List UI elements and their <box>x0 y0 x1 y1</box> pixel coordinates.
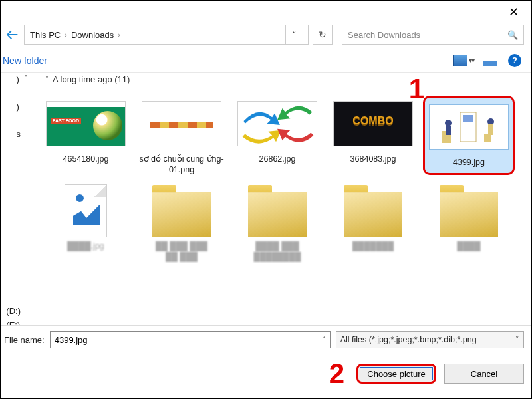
image-thumbnail <box>46 101 126 146</box>
choose-picture-button[interactable]: Choose picture <box>356 364 436 384</box>
cancel-button[interactable]: Cancel <box>444 364 524 384</box>
file-item[interactable]: ██ ███ █████ ███ <box>136 183 227 262</box>
chevron-down-icon[interactable]: ˅ <box>322 336 326 344</box>
address-bar-row: This PC › Downloads › ˅ ↻ Search Downloa… <box>1 23 531 48</box>
sidebar-fragment: ) <box>17 74 21 84</box>
breadcrumb[interactable]: This PC › Downloads › ˅ <box>24 25 309 45</box>
breadcrumb-folder[interactable]: Downloads <box>71 30 114 40</box>
annotation-2: 2 <box>329 358 344 390</box>
file-item[interactable]: ███████ <box>327 183 419 262</box>
file-item[interactable]: ████ <box>423 183 515 262</box>
sidebar-fragment: ) <box>17 102 21 112</box>
file-name-blurred: ██ ███ █████ ███ <box>156 241 207 262</box>
sidebar-fragment: s <box>17 129 21 139</box>
chevron-down-icon: ˅ <box>45 76 49 83</box>
image-thumbnail <box>429 104 509 150</box>
file-name-blurred: ████ ███████████ <box>254 241 301 262</box>
file-item[interactable]: ████ ███████████ <box>231 183 323 262</box>
svg-rect-6 <box>488 124 493 135</box>
file-name-blurred: ███████ <box>352 241 394 252</box>
file-item[interactable]: 3684083.jpg <box>327 96 419 175</box>
filter-text: All files (*.jpg;*.jpeg;*.bmp;*.dib;*.pn… <box>340 335 477 344</box>
chevron-right-icon: › <box>63 31 68 39</box>
toolbar: New folder ▾ ? <box>1 48 531 73</box>
scroll-up-icon[interactable]: ˄ <box>24 74 28 84</box>
file-name-blurred: ████.jpg <box>67 241 104 252</box>
file-name-value: 4399.jpg <box>55 335 88 345</box>
file-name: 4399.jpg <box>453 158 485 168</box>
file-name: 3684083.jpg <box>350 154 396 165</box>
help-icon[interactable]: ? <box>508 54 521 67</box>
navigation-sidebar: ) ) s (D:) (E:) <box>1 73 21 351</box>
file-item[interactable]: ████.jpg <box>40 183 132 262</box>
chevron-right-icon: › <box>116 31 122 39</box>
svg-point-3 <box>445 120 452 126</box>
file-name: 26862.jpg <box>259 154 296 165</box>
file-name: sơ đồ chuỗi cung ứng-01.png <box>138 154 225 175</box>
details-pane-icon[interactable] <box>483 55 497 66</box>
svg-rect-1 <box>463 115 473 122</box>
search-placeholder: Search Downloads <box>348 30 420 40</box>
sidebar-drive-d[interactable]: (D:) <box>6 306 21 316</box>
svg-rect-4 <box>446 126 451 135</box>
file-name-input[interactable]: 4399.jpg ˅ <box>50 331 331 348</box>
bottom-bar: File name: 4399.jpg ˅ All files (*.jpg;*… <box>0 325 532 399</box>
file-type-filter[interactable]: All files (*.jpg;*.jpeg;*.bmp;*.dib;*.pn… <box>336 331 524 348</box>
folder-icon <box>248 192 307 237</box>
view-options: ▾ ? <box>453 54 521 67</box>
back-icon[interactable] <box>5 27 20 42</box>
search-input[interactable]: Search Downloads 🔍 <box>342 25 524 45</box>
svg-point-5 <box>487 118 494 125</box>
group-header[interactable]: ˅ A long time ago (11) <box>45 74 130 84</box>
image-thumbnail <box>65 184 107 237</box>
breadcrumb-root[interactable]: This PC <box>30 30 61 40</box>
folder-icon <box>440 192 498 237</box>
title-bar: ✕ <box>1 1 531 23</box>
file-item[interactable]: 4654180.jpg <box>40 96 132 175</box>
file-item[interactable]: sơ đồ chuỗi cung ứng-01.png <box>136 96 227 175</box>
new-folder-button[interactable]: New folder <box>1 55 47 66</box>
preview-pane-icon[interactable] <box>453 55 467 66</box>
annotation-1: 1 <box>409 73 424 105</box>
file-name-label: File name: <box>4 335 45 345</box>
folder-icon <box>344 192 402 237</box>
file-item-selected[interactable]: 4399.jpg <box>423 96 515 175</box>
body: ) ) s (D:) (E:) ˄ ˅ A long time ago (11)… <box>1 73 531 351</box>
close-icon[interactable]: ✕ <box>509 5 519 19</box>
image-thumbnail <box>142 101 221 146</box>
file-name-blurred: ████ <box>457 241 480 252</box>
file-item[interactable]: 26862.jpg <box>231 96 323 175</box>
image-thumbnail <box>333 101 413 146</box>
chevron-down-icon: ˅ <box>515 336 519 344</box>
folder-icon <box>152 192 211 237</box>
chevron-down-icon[interactable]: ˅ <box>285 25 303 45</box>
file-name: 4654180.jpg <box>63 154 109 165</box>
file-list: ˄ ˅ A long time ago (11) 4654180.jpg sơ … <box>21 73 531 351</box>
refresh-icon[interactable]: ↻ <box>313 25 332 45</box>
image-thumbnail <box>237 101 317 146</box>
search-icon: 🔍 <box>507 30 518 40</box>
group-label: A long time ago (11) <box>53 74 130 84</box>
svg-rect-7 <box>484 134 491 142</box>
